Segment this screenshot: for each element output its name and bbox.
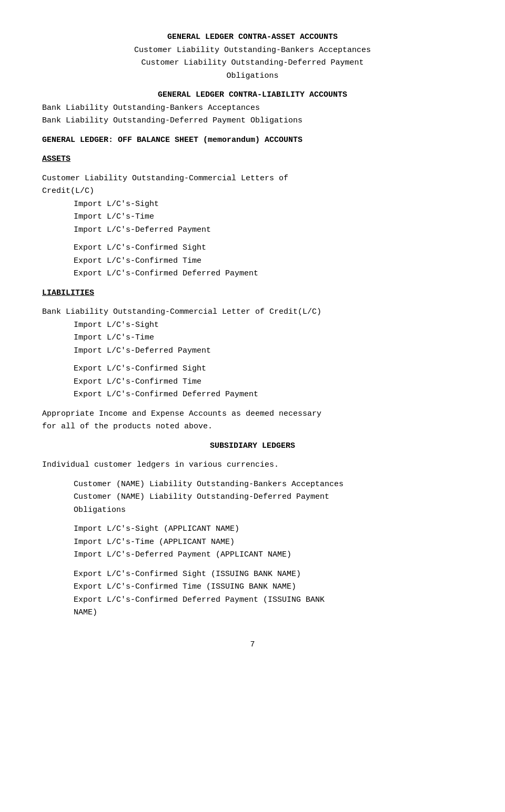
liabilities-import-time: Import L/C's-Time [74, 332, 463, 344]
liabilities-export-items: Export L/C's-Confirmed Sight Export L/C'… [74, 363, 463, 401]
liabilities-export-deferred: Export L/C's-Confirmed Deferred Payment [74, 389, 463, 401]
subsidiary-customer-section: Customer (NAME) Liability Outstanding-Ba… [42, 479, 463, 517]
contra-asset-line3: Obligations [42, 70, 463, 83]
page-number: 7 [250, 640, 255, 649]
subsidiary-customer-line1: Customer (NAME) Liability Outstanding-Ba… [74, 479, 463, 491]
assets-import-items: Import L/C's-Sight Import L/C's-Time Imp… [74, 199, 463, 237]
appropriate-income-line1: Appropriate Income and Expense Accounts … [42, 408, 463, 420]
subsidiary-customer-lines: Customer (NAME) Liability Outstanding-Ba… [74, 479, 463, 517]
liabilities-import-items: Import L/C's-Sight Import L/C's-Time Imp… [74, 320, 463, 357]
subsidiary-export-deferred-line2: NAME) [74, 607, 463, 619]
page-number-section: 7 [42, 640, 463, 649]
subsidiary-customer-line3: Obligations [74, 505, 463, 517]
subsidiary-import-time: Import L/C's-Time (APPLICANT NAME) [74, 537, 463, 549]
contra-asset-heading-section: GENERAL LEDGER CONTRA-ASSET ACCOUNTS Cus… [42, 32, 463, 82]
assets-intro-line1: Customer Liability Outstanding-Commercia… [42, 173, 463, 185]
liabilities-export-time: Export L/C's-Confirmed Time [74, 376, 463, 388]
subsidiary-export-items: Export L/C's-Confirmed Sight (ISSUING BA… [74, 569, 463, 619]
subsidiary-export-time: Export L/C's-Confirmed Time (ISSUING BAN… [74, 581, 463, 593]
subsidiary-export-sight: Export L/C's-Confirmed Sight (ISSUING BA… [74, 569, 463, 581]
liabilities-import-deferred: Import L/C's-Deferred Payment [74, 345, 463, 357]
assets-import-deferred: Import L/C's-Deferred Payment [74, 224, 463, 237]
subsidiary-import-deferred: Import L/C's-Deferred Payment (APPLICANT… [74, 549, 463, 561]
liabilities-import-sight: Import L/C's-Sight [74, 320, 463, 332]
appropriate-income-section: Appropriate Income and Expense Accounts … [42, 408, 463, 433]
off-balance-section: GENERAL LEDGER: OFF BALANCE SHEET (memor… [42, 135, 463, 147]
subsidiary-import-items: Import L/C's-Sight (APPLICANT NAME) Impo… [74, 523, 463, 561]
assets-import-time: Import L/C's-Time [74, 211, 463, 223]
subsidiary-customer-line2: Customer (NAME) Liability Outstanding-De… [74, 491, 463, 503]
contra-asset-heading: GENERAL LEDGER CONTRA-ASSET ACCOUNTS [42, 32, 463, 44]
subsidiary-import-sight: Import L/C's-Sight (APPLICANT NAME) [74, 523, 463, 536]
contra-liability-section: GENERAL LEDGER CONTRA-LIABILITY ACCOUNTS… [42, 89, 463, 127]
subsidiary-heading: SUBSIDIARY LEDGERS [42, 440, 463, 453]
assets-export-sight: Export L/C's-Confirmed Sight [74, 242, 463, 254]
assets-intro-line2: Credit(L/C) [42, 186, 463, 198]
assets-export-time: Export L/C's-Confirmed Time [74, 255, 463, 268]
contra-liability-line1: Bank Liability Outstanding-Bankers Accep… [42, 102, 463, 115]
liabilities-export-sight: Export L/C's-Confirmed Sight [74, 363, 463, 375]
liabilities-content: Bank Liability Outstanding-Commercial Le… [42, 306, 463, 401]
assets-import-sight: Import L/C's-Sight [74, 199, 463, 211]
subsidiary-heading-section: SUBSIDIARY LEDGERS [42, 440, 463, 453]
subsidiary-intro: Individual customer ledgers in various c… [42, 459, 463, 471]
liabilities-label-section: LIABILITIES [42, 287, 463, 300]
subsidiary-intro-section: Individual customer ledgers in various c… [42, 459, 463, 471]
subsidiary-import-section: Import L/C's-Sight (APPLICANT NAME) Impo… [42, 523, 463, 561]
contra-asset-line2: Customer Liability Outstanding-Deferred … [42, 57, 463, 69]
subsidiary-export-section: Export L/C's-Confirmed Sight (ISSUING BA… [42, 569, 463, 619]
assets-export-items: Export L/C's-Confirmed Sight Export L/C'… [74, 242, 463, 280]
assets-section: ASSETS [42, 153, 463, 166]
appropriate-income-line2: for all of the products noted above. [42, 421, 463, 433]
liabilities-label: LIABILITIES [42, 287, 463, 300]
contra-asset-line1: Customer Liability Outstanding-Bankers A… [42, 45, 463, 57]
assets-export-deferred: Export L/C's-Confirmed Deferred Payment [74, 268, 463, 280]
contra-liability-line2: Bank Liability Outstanding-Deferred Paym… [42, 115, 463, 127]
assets-label: ASSETS [42, 153, 463, 166]
page: GENERAL LEDGER CONTRA-ASSET ACCOUNTS Cus… [0, 0, 505, 812]
off-balance-heading: GENERAL LEDGER: OFF BALANCE SHEET (memor… [42, 135, 463, 147]
subsidiary-export-deferred-line1: Export L/C's-Confirmed Deferred Payment … [74, 594, 463, 607]
contra-liability-heading: GENERAL LEDGER CONTRA-LIABILITY ACCOUNTS [42, 89, 463, 101]
assets-content: Customer Liability Outstanding-Commercia… [42, 173, 463, 280]
liabilities-intro: Bank Liability Outstanding-Commercial Le… [42, 306, 463, 318]
